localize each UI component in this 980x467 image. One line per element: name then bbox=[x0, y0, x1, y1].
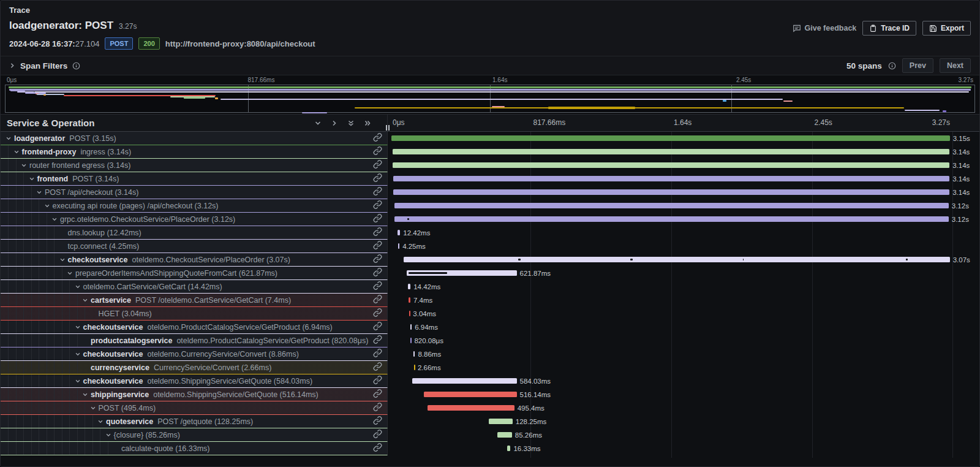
span-row[interactable]: shippingserviceoteldemo.ShippingService/… bbox=[1, 388, 979, 401]
span-link-icon[interactable] bbox=[373, 335, 382, 346]
span-row[interactable]: currencyserviceCurrencyService/Convert (… bbox=[1, 361, 979, 374]
span-bar[interactable] bbox=[393, 189, 949, 195]
span-row-label[interactable]: checkoutserviceoteldemo.ProductCatalogSe… bbox=[1, 321, 388, 334]
span-bar[interactable] bbox=[408, 284, 410, 289]
info-icon[interactable] bbox=[72, 62, 80, 70]
span-row-label[interactable]: calculate-quote (16.33ms) bbox=[1, 442, 388, 455]
span-row-label[interactable]: frontendPOST (3.14s) bbox=[1, 172, 388, 186]
span-link-icon[interactable] bbox=[373, 213, 382, 225]
span-link-icon[interactable] bbox=[373, 308, 382, 319]
span-row[interactable]: calculate-quote (16.33ms)16.33ms bbox=[1, 442, 979, 455]
collapse-chevron-icon[interactable] bbox=[36, 189, 45, 196]
span-row[interactable]: POST (495.4ms)495.4ms bbox=[1, 401, 979, 415]
collapse-chevron-icon[interactable] bbox=[75, 284, 83, 290]
span-bar[interactable] bbox=[413, 351, 415, 357]
trace-id-button[interactable]: Trace ID bbox=[862, 21, 916, 36]
span-link-icon[interactable] bbox=[373, 254, 382, 265]
collapse-one-icon[interactable] bbox=[331, 120, 338, 127]
span-link-icon[interactable] bbox=[373, 267, 382, 279]
span-link-icon[interactable] bbox=[373, 348, 382, 360]
span-row-label[interactable]: shippingserviceoteldemo.ShippingService/… bbox=[1, 388, 388, 401]
span-bar[interactable] bbox=[404, 257, 950, 262]
span-row-label[interactable]: prepareOrderItemsAndShippingQuoteFromCar… bbox=[1, 267, 388, 280]
info-icon[interactable] bbox=[888, 62, 896, 70]
span-link-icon[interactable] bbox=[373, 159, 382, 171]
span-bar[interactable] bbox=[393, 162, 949, 168]
span-row[interactable]: {closure} (85.26ms)85.26ms bbox=[1, 428, 979, 442]
collapse-chevron-icon[interactable] bbox=[29, 176, 37, 182]
span-bar[interactable] bbox=[391, 135, 950, 141]
collapse-chevron-icon[interactable] bbox=[67, 270, 75, 276]
collapse-chevron-icon[interactable] bbox=[105, 432, 114, 438]
span-bar[interactable] bbox=[409, 311, 410, 316]
collapse-chevron-icon[interactable] bbox=[44, 203, 53, 209]
span-row[interactable]: tcp.connect (4.25ms)4.25ms bbox=[1, 240, 979, 253]
collapse-chevron-icon[interactable] bbox=[75, 324, 83, 330]
span-row-label[interactable]: checkoutserviceoteldemo.ShippingService/… bbox=[1, 374, 388, 388]
span-bar[interactable] bbox=[394, 203, 949, 208]
export-button[interactable]: Export bbox=[922, 21, 971, 36]
collapse-chevron-icon[interactable] bbox=[21, 162, 29, 169]
trace-minimap[interactable]: 0μs817.66ms1.64s2.45s3.27s bbox=[1, 75, 979, 115]
span-link-icon[interactable] bbox=[373, 240, 382, 252]
prev-button[interactable]: Prev bbox=[902, 58, 933, 73]
collapse-chevron-icon[interactable] bbox=[82, 392, 91, 398]
span-row[interactable]: loadgeneratorPOST (3.15s)3.15s bbox=[1, 132, 979, 145]
span-link-icon[interactable] bbox=[373, 362, 382, 373]
span-bar[interactable] bbox=[410, 338, 412, 343]
collapse-chevron-icon[interactable] bbox=[13, 149, 22, 155]
span-row[interactable]: prepareOrderItemsAndShippingQuoteFromCar… bbox=[1, 267, 979, 280]
span-link-icon[interactable] bbox=[373, 389, 382, 400]
span-row-label[interactable]: currencyserviceCurrencyService/Convert (… bbox=[1, 361, 388, 374]
span-row-label[interactable]: loadgeneratorPOST (3.15s) bbox=[1, 132, 388, 145]
span-row-label[interactable]: grpc.oteldemo.CheckoutService/PlaceOrder… bbox=[1, 213, 388, 226]
collapse-chevron-icon[interactable] bbox=[90, 405, 99, 411]
span-link-icon[interactable] bbox=[373, 402, 382, 414]
span-link-icon[interactable] bbox=[373, 281, 382, 292]
span-bar[interactable] bbox=[497, 432, 512, 438]
span-row-label[interactable]: quoteservicePOST /getquote (128.25ms) bbox=[1, 415, 388, 428]
span-link-icon[interactable] bbox=[373, 321, 382, 333]
span-row[interactable]: frontendPOST (3.14s)3.14s bbox=[1, 172, 979, 186]
collapse-chevron-icon[interactable] bbox=[6, 135, 14, 142]
span-row-label[interactable]: router frontend egress (3.14s) bbox=[1, 159, 388, 172]
span-row[interactable]: HGET (3.04ms)3.04ms bbox=[1, 307, 979, 321]
span-bar[interactable] bbox=[428, 405, 514, 411]
collapse-chevron-icon[interactable] bbox=[75, 351, 83, 357]
span-bar[interactable] bbox=[412, 378, 516, 384]
span-row[interactable]: productcatalogserviceoteldemo.ProductCat… bbox=[1, 334, 979, 347]
span-row[interactable]: router frontend egress (3.14s)3.14s bbox=[1, 159, 979, 172]
span-bar[interactable] bbox=[410, 324, 412, 330]
minimap-canvas[interactable] bbox=[5, 85, 975, 113]
span-row[interactable]: checkoutserviceoteldemo.ShippingService/… bbox=[1, 374, 979, 388]
column-resize-handle[interactable] bbox=[386, 125, 390, 131]
span-bar[interactable] bbox=[409, 297, 410, 303]
span-bar[interactable] bbox=[489, 419, 513, 424]
span-row[interactable]: checkoutserviceoteldemo.CheckoutService/… bbox=[1, 253, 979, 267]
span-row-label[interactable]: POST /api/checkout (3.14s) bbox=[1, 186, 388, 199]
span-bar[interactable] bbox=[393, 149, 949, 154]
span-row[interactable]: POST /api/checkout (3.14s)3.14s bbox=[1, 186, 979, 199]
span-bar[interactable] bbox=[398, 230, 400, 235]
span-link-icon[interactable] bbox=[373, 294, 382, 306]
span-bar[interactable] bbox=[394, 216, 949, 222]
span-link-icon[interactable] bbox=[373, 416, 382, 427]
span-bar[interactable] bbox=[507, 446, 510, 451]
span-row-label[interactable]: checkoutserviceoteldemo.CurrencyService/… bbox=[1, 347, 388, 361]
span-link-icon[interactable] bbox=[373, 200, 382, 211]
span-bar[interactable] bbox=[393, 176, 950, 181]
span-row-label[interactable]: tcp.connect (4.25ms) bbox=[1, 240, 388, 253]
span-row[interactable]: checkoutserviceoteldemo.ProductCatalogSe… bbox=[1, 321, 979, 334]
span-row[interactable]: quoteservicePOST /getquote (128.25ms)128… bbox=[1, 415, 979, 428]
span-link-icon[interactable] bbox=[373, 132, 382, 144]
span-row[interactable]: checkoutserviceoteldemo.CurrencyService/… bbox=[1, 347, 979, 361]
span-link-icon[interactable] bbox=[373, 227, 382, 238]
span-row[interactable]: executing api route (pages) /api/checkou… bbox=[1, 199, 979, 213]
collapse-chevron-icon[interactable] bbox=[75, 378, 83, 384]
span-row-label[interactable]: productcatalogserviceoteldemo.ProductCat… bbox=[1, 334, 388, 347]
collapse-chevron-icon[interactable] bbox=[59, 257, 68, 263]
span-bar[interactable] bbox=[424, 392, 517, 397]
next-button[interactable]: Next bbox=[940, 58, 971, 73]
span-link-icon[interactable] bbox=[373, 173, 382, 184]
collapse-all-icon[interactable] bbox=[364, 120, 371, 127]
